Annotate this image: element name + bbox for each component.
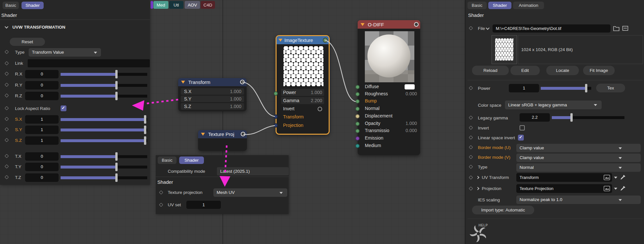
tex-button[interactable]: Tex: [596, 84, 625, 92]
slider-handle[interactable]: [115, 70, 118, 78]
color-space-dropdown[interactable]: Linear sRGB + legacy gamma: [505, 101, 602, 109]
lock-aspect-checkbox[interactable]: [61, 105, 66, 111]
tab-basic[interactable]: Basic: [3, 2, 19, 9]
slider-handle[interactable]: [585, 84, 587, 92]
normal-port[interactable]: [355, 107, 360, 111]
keyframe-diamond-icon[interactable]: [469, 145, 473, 149]
keyframe-diamond-icon[interactable]: [5, 106, 9, 110]
keyframe-diamond-icon[interactable]: [5, 127, 9, 131]
eyedropper-icon[interactable]: [620, 185, 626, 191]
keyframe-diamond-icon[interactable]: [5, 93, 9, 98]
keyframe-diamond-icon[interactable]: [469, 26, 473, 30]
locate-button[interactable]: Locate: [546, 66, 579, 75]
sz-field[interactable]: 1: [25, 136, 59, 145]
diffuse-port[interactable]: [355, 85, 360, 89]
ty-field[interactable]: 0: [25, 163, 59, 171]
picture-icon[interactable]: [604, 186, 610, 191]
opacity-port[interactable]: [355, 122, 360, 126]
slider-handle[interactable]: [115, 92, 118, 100]
picture-icon[interactable]: [604, 175, 610, 180]
output-port[interactable]: [241, 132, 245, 136]
folder-icon[interactable]: [613, 25, 620, 31]
node-transform-header[interactable]: Transform: [178, 78, 247, 86]
output-port[interactable]: [240, 80, 245, 84]
help-label[interactable]: HELP: [479, 224, 488, 227]
slider-handle[interactable]: [144, 126, 146, 134]
graph-tab-aov[interactable]: AOV: [185, 1, 200, 9]
legacy-gamma-field[interactable]: 2.2: [520, 113, 550, 122]
projection-input-port[interactable]: [274, 123, 278, 128]
output-port[interactable]: [414, 22, 419, 27]
output-port[interactable]: [323, 38, 328, 43]
import-type-button[interactable]: Import type: Automatic: [472, 206, 534, 214]
roughness-port[interactable]: [355, 92, 360, 96]
linear-space-invert-checkbox[interactable]: [518, 135, 524, 141]
power-input-port[interactable]: [274, 91, 278, 96]
slider-handle[interactable]: [570, 113, 573, 122]
node-transform[interactable]: Transform S.X 1.000 S.Y 1.000 S.Z 1.000: [178, 78, 247, 111]
slider-handle[interactable]: [115, 163, 118, 171]
keyframe-diamond-icon[interactable]: [469, 186, 473, 191]
keyframe-diamond-icon[interactable]: [5, 164, 9, 169]
material-preview[interactable]: [365, 31, 414, 82]
collapse-triangle-icon[interactable]: [279, 39, 282, 42]
power-field[interactable]: 1: [509, 84, 539, 92]
ies-scaling-dropdown[interactable]: Normalize peak to 1.0: [516, 196, 641, 204]
eyedropper-icon[interactable]: [620, 174, 626, 180]
expander-chevron-icon[interactable]: [476, 187, 479, 190]
slider-handle[interactable]: [115, 81, 118, 89]
keyframe-diamond-icon[interactable]: [159, 203, 163, 207]
keyframe-diamond-icon[interactable]: [469, 86, 473, 90]
transmission-port[interactable]: [355, 129, 360, 133]
collapse-triangle-icon[interactable]: [361, 23, 365, 26]
graph-tab-c4d[interactable]: C4D: [201, 1, 215, 9]
texture-projection-dropdown[interactable]: Mesh UV: [213, 188, 287, 197]
medium-port[interactable]: [355, 144, 360, 148]
tab-animation[interactable]: Animation: [513, 2, 544, 9]
texture-preview[interactable]: [283, 46, 323, 86]
invert-checkbox[interactable]: [520, 125, 525, 130]
slider-handle[interactable]: [115, 173, 118, 182]
collapse-triangle-icon[interactable]: [181, 81, 185, 84]
keyframe-diamond-icon[interactable]: [469, 115, 473, 120]
node-odiff[interactable]: O-DIFF Diffuse: [358, 20, 420, 155]
uv-set-field[interactable]: 1: [186, 201, 221, 209]
keyframe-diamond-icon[interactable]: [5, 117, 9, 121]
keyframe-diamond-icon[interactable]: [5, 72, 9, 76]
keyframe-diamond-icon[interactable]: [5, 154, 9, 158]
invert-checkbox[interactable]: [318, 107, 322, 111]
tz-field[interactable]: 0: [25, 173, 59, 182]
file-path-field[interactable]: M:\+C4DRES\Tex-Geometry\Dot.tif: [493, 24, 610, 33]
tab-shader[interactable]: Shader: [21, 2, 44, 9]
node-texture-proj-header[interactable]: Texture Proj: [198, 130, 247, 138]
slider-handle[interactable]: [115, 152, 118, 161]
rx-field[interactable]: 0: [25, 70, 59, 78]
reset-button[interactable]: Reset: [10, 38, 45, 46]
node-image-texture[interactable]: ImageTexture Power 1.000 Gamma 2.200 Inv…: [276, 35, 330, 135]
sy-field[interactable]: 1: [25, 126, 59, 134]
link-field[interactable]: [28, 59, 150, 67]
type-dropdown[interactable]: Transform Value: [29, 48, 101, 57]
graph-tab-med[interactable]: Med: [153, 1, 168, 9]
keyframe-diamond-icon[interactable]: [469, 155, 473, 159]
node-texture-proj[interactable]: Texture Proj: [198, 130, 247, 151]
diffuse-color-swatch[interactable]: [405, 84, 415, 89]
type-dropdown[interactable]: Normal: [516, 163, 641, 172]
keyframe-diamond-icon[interactable]: [469, 165, 473, 169]
bump-port[interactable]: [355, 99, 360, 103]
projection-field[interactable]: Texture Projection: [516, 184, 612, 193]
keyframe-diamond-icon[interactable]: [5, 83, 9, 87]
chevron-down-icon[interactable]: [614, 177, 617, 180]
slider-handle[interactable]: [144, 136, 146, 145]
keyframe-diamond-icon[interactable]: [5, 50, 9, 54]
slider-handle[interactable]: [144, 115, 146, 124]
texture-window-icon[interactable]: [622, 25, 628, 31]
tx-field[interactable]: 0: [25, 152, 59, 161]
edit-button[interactable]: Edit: [510, 66, 540, 75]
keyframe-diamond-icon[interactable]: [5, 61, 9, 65]
expander-chevron-icon[interactable]: [476, 176, 479, 179]
sx-field[interactable]: 1: [25, 115, 59, 124]
section-title[interactable]: UVW TRANSFORMATION: [12, 25, 65, 30]
node-odiff-header[interactable]: O-DIFF: [358, 20, 420, 29]
node-image-texture-header[interactable]: ImageTexture: [277, 36, 329, 44]
